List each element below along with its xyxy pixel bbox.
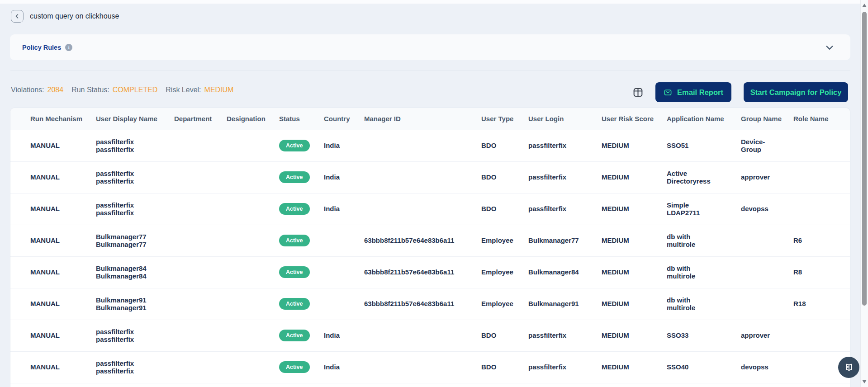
table-row[interactable]: MANUALBulkmanager84 Bulkmanager84Active6… [10,256,850,288]
cell-designation [222,288,275,320]
cell-group_name: devopss [736,351,789,383]
status-badge: Active [279,203,310,215]
cell-department [170,161,222,193]
cell-application_name: db with multirole [662,256,736,288]
violations-table-card: Run MechanismUser Display NameDepartment… [10,108,850,387]
cell-manager_id: 63bbb8f211b57e64e83b6a11 [360,288,477,320]
cell-user_risk_score: MEDIUM [597,225,662,256]
table-header-row: Run MechanismUser Display NameDepartment… [10,108,850,130]
cell-status: Active [275,161,319,193]
cell-application_name: SSO33 [662,320,736,351]
cell-user_type: BDO [477,320,524,351]
table-row[interactable]: MANUALpassfilterfix passfilterfixActiveI… [10,193,850,225]
cell-group_name [736,256,789,288]
page-title: custom query on clickhouse [30,12,119,20]
cell-designation [222,161,275,193]
page-scrollbar[interactable] [860,0,868,387]
status-badge: Active [279,361,310,373]
status-badge: Active [279,235,310,247]
cell-group_name: approver [736,161,789,193]
chevron-left-icon [14,14,20,19]
scroll-up-arrow[interactable] [862,4,867,7]
table-row[interactable]: MANUALBulkmanager91 Bulkmanager91Active6… [10,288,850,320]
table-row[interactable]: MANUALpassfilterfix passfilterfixActiveI… [10,351,850,383]
table-columns-button[interactable] [632,87,644,98]
column-header-application_name: Application Name [662,108,736,130]
scrollbar-thumb[interactable] [862,12,867,306]
cell-run_mechanism: MANUAL [10,320,91,351]
cell-user_login: passfilterfix [524,320,597,351]
policy-rules-panel[interactable]: Policy Rules i [10,34,850,60]
info-icon[interactable]: i [65,44,72,51]
status-badge: Active [279,266,310,278]
cell-department [170,320,222,351]
cell-user_display_name: passfilterfix passfilterfix [91,320,170,351]
cell-status: Active [275,225,319,256]
cell-user_risk_score: MEDIUM [597,256,662,288]
cell-role_name: R18 [789,288,850,320]
risk-level-label: Risk Level: [166,86,201,94]
table-row[interactable]: MANUALpassfilterfix passfilterfixActiveI… [10,130,850,161]
cell-user_display_name: Bulkmanager77 Bulkmanager77 [91,225,170,256]
cell-group_name [736,288,789,320]
cell-status: Active [275,130,319,161]
cell-application_name: SSO51 [662,130,736,161]
cell-department [170,288,222,320]
start-campaign-label: Start Campaign for Policy [750,88,842,97]
cell-role_name [789,161,850,193]
column-header-country: Country [319,108,360,130]
cell-run_mechanism: MANUAL [10,351,91,383]
column-header-user_login: User Login [524,108,597,130]
cell-application_name: Simple LDAP2711 [662,193,736,225]
cell-group_name: devopss [736,193,789,225]
docs-fab-button[interactable] [838,357,859,378]
column-header-manager_id: Manager ID [360,108,477,130]
scroll-down-arrow[interactable] [862,380,867,383]
toolbar: Email Report Start Campaign for Policy [632,82,848,102]
chevron-down-icon[interactable] [825,42,835,52]
cell-user_risk_score: MEDIUM [597,351,662,383]
cell-country: India [319,320,360,351]
cell-user_display_name: Bulkmanager91 Bulkmanager91 [91,288,170,320]
cell-user_login: passfilterfix [524,351,597,383]
cell-manager_id [360,193,477,225]
risk-level-value: MEDIUM [204,86,234,94]
status-badge: Active [279,171,310,184]
cell-user_display_name: Bulkmanager84 Bulkmanager84 [91,256,170,288]
cell-status: Active [275,256,319,288]
cell-role_name [789,193,850,225]
cell-run_mechanism: MANUAL [10,225,91,256]
table-row[interactable]: MANUALBulkmanager77 Bulkmanager77Active6… [10,225,850,256]
cell-manager_id [360,320,477,351]
cell-user_display_name: passfilterfix passfilterfix [91,193,170,225]
cell-status: Active [275,288,319,320]
cell-manager_id [360,130,477,161]
email-report-button[interactable]: Email Report [655,82,731,102]
cell-department [170,193,222,225]
cell-role_name [789,320,850,351]
cell-country: India [319,193,360,225]
cell-run_mechanism: MANUAL [10,256,91,288]
cell-user_risk_score: MEDIUM [597,193,662,225]
page-header: custom query on clickhouse [11,10,119,23]
cell-designation [222,193,275,225]
cell-manager_id: 63bbb8f211b57e64e83b6a11 [360,256,477,288]
table-row[interactable]: MANUALpassfilterfix passfilterfixActiveI… [10,320,850,351]
status-badge: Active [279,330,310,342]
cell-user_display_name: passfilterfix passfilterfix [91,161,170,193]
cell-role_name [789,130,850,161]
status-badge: Active [279,298,310,310]
open-book-icon [844,363,854,373]
back-button[interactable] [11,10,24,23]
cell-country [319,288,360,320]
start-campaign-button[interactable]: Start Campaign for Policy [744,82,848,102]
cell-user_type: BDO [477,351,524,383]
table-row[interactable]: MANUALpassfilterfix passfilterfixActiveI… [10,161,850,193]
cell-country: India [319,351,360,383]
violations-table: Run MechanismUser Display NameDepartment… [10,108,850,383]
cell-manager_id [360,351,477,383]
column-header-user_display_name: User Display Name [91,108,170,130]
run-status-value: COMPLETED [113,86,158,94]
cell-group_name: Device- Group [736,130,789,161]
column-header-status: Status [275,108,319,130]
